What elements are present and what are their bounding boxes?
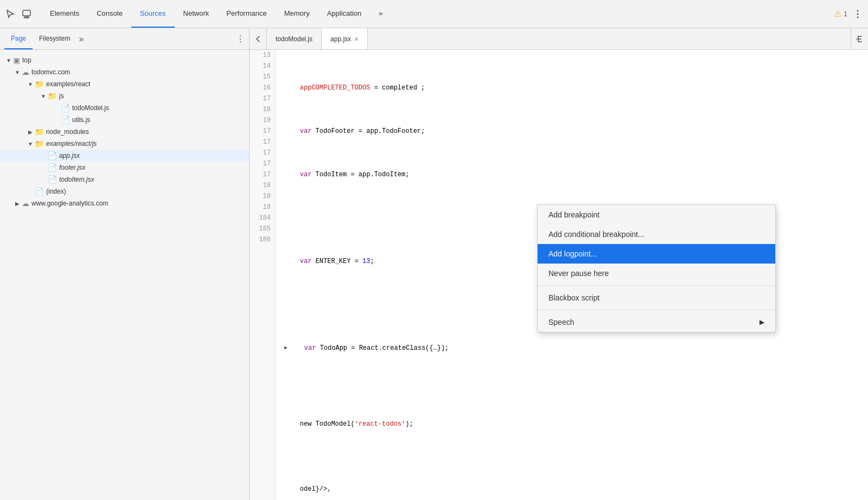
tree-item-examples-react[interactable]: ▼ 📁 examples/react bbox=[0, 78, 249, 90]
context-menu-item-blackbox[interactable]: Blackbox script bbox=[538, 288, 775, 307]
cloud-icon-google-analytics: ☁ bbox=[22, 199, 29, 208]
toolbar-tabs: Elements Console Sources Network Perform… bbox=[41, 0, 834, 28]
folder-icon-examples-react-js: 📁 bbox=[35, 139, 44, 148]
expand-arrow-19[interactable]: ▶ bbox=[284, 343, 288, 354]
subtabs: Page Filesystem » ⋮ bbox=[0, 28, 249, 50]
tab-performance[interactable]: Performance bbox=[218, 0, 275, 28]
warning-icon: ⚠ bbox=[834, 9, 841, 19]
context-menu-item-add-breakpoint[interactable]: Add breakpoint bbox=[538, 205, 775, 225]
right-panel: todoModel.js app.jsx × 13 14 15 16 17 18 bbox=[250, 28, 868, 500]
tree-item-node-modules[interactable]: ▶ 📁 node_modules bbox=[0, 126, 249, 138]
tree-item-js[interactable]: ▼ 📁 js bbox=[0, 90, 249, 102]
file-icon-app-jsx: 📄 bbox=[48, 151, 57, 160]
editor-collapse-button[interactable] bbox=[851, 28, 868, 49]
tree-item-todomodel[interactable]: 📄 todoModel.js bbox=[0, 102, 249, 114]
warning-badge[interactable]: ⚠ 1 bbox=[834, 9, 847, 19]
file-icon-footer-jsx: 📄 bbox=[48, 163, 57, 172]
cloud-icon-todomvc: ☁ bbox=[22, 68, 29, 76]
context-menu: Add breakpoint Add conditional breakpoin… bbox=[537, 204, 776, 332]
tab-application[interactable]: Application bbox=[318, 0, 371, 28]
tree-item-top[interactable]: ▼ ▣ top bbox=[0, 54, 249, 66]
svg-rect-0 bbox=[23, 10, 30, 16]
context-menu-item-add-conditional[interactable]: Add conditional breakpoint... bbox=[538, 225, 775, 244]
tree-arrow-js: ▼ bbox=[39, 93, 48, 99]
tree-arrow-google-analytics: ▶ bbox=[13, 201, 22, 207]
svg-point-2 bbox=[857, 10, 859, 11]
editor-tab-close-icon[interactable]: × bbox=[354, 35, 359, 43]
inspect-icon[interactable] bbox=[21, 8, 33, 20]
folder-icon-top: ▣ bbox=[13, 56, 20, 65]
file-icon-index: 📄 bbox=[35, 187, 44, 196]
subtab-filesystem[interactable]: Filesystem bbox=[33, 28, 76, 49]
folder-icon-examples-react: 📁 bbox=[35, 80, 44, 88]
main: Page Filesystem » ⋮ ▼ ▣ top ▼ ☁ todomvc.… bbox=[0, 28, 868, 500]
code-line-17a bbox=[284, 386, 859, 397]
code-line-14: var TodoFooter = app.TodoFooter; bbox=[284, 126, 859, 137]
context-menu-item-speech[interactable]: Speech ▶ bbox=[538, 312, 775, 332]
tab-sources[interactable]: Sources bbox=[131, 0, 175, 28]
file-tree: ▼ ▣ top ▼ ☁ todomvc.com ▼ 📁 examples/rea… bbox=[0, 50, 249, 500]
cursor-icon[interactable] bbox=[4, 8, 16, 20]
code-line-17b: new TodoModel('react-todos'); bbox=[284, 419, 859, 430]
tab-elements[interactable]: Elements bbox=[41, 0, 88, 28]
line-numbers: 13 14 15 16 17 18 19 17 17 17 17 17 18 1… bbox=[250, 50, 276, 500]
code-line-19: ▶ var TodoApp = React.createClass({…}); bbox=[284, 343, 859, 354]
file-icon-todomodel: 📄 bbox=[61, 104, 70, 112]
code-editor[interactable]: 13 14 15 16 17 18 19 17 17 17 17 17 18 1… bbox=[250, 50, 868, 500]
subtab-more-icon[interactable]: » bbox=[79, 34, 84, 44]
tree-item-todomvc[interactable]: ▼ ☁ todomvc.com bbox=[0, 66, 249, 78]
editor-tabs: todoModel.js app.jsx × bbox=[250, 28, 868, 50]
subtab-menu-button[interactable]: ⋮ bbox=[236, 34, 245, 44]
toolbar-icons bbox=[4, 8, 33, 20]
tab-network[interactable]: Network bbox=[175, 0, 218, 28]
tree-item-google-analytics[interactable]: ▶ ☁ www.google-analytics.com bbox=[0, 197, 249, 209]
context-menu-item-add-logpoint[interactable]: Add logpoint... bbox=[538, 244, 775, 264]
code-line-15: var TodoItem = app.TodoItem; bbox=[284, 169, 859, 180]
code-line-17c bbox=[284, 451, 859, 462]
editor-nav-back-button[interactable] bbox=[250, 28, 267, 49]
toolbar: Elements Console Sources Network Perform… bbox=[0, 0, 868, 28]
more-options-icon[interactable] bbox=[852, 8, 864, 20]
context-menu-item-never-pause[interactable]: Never pause here bbox=[538, 264, 775, 283]
submenu-arrow-icon: ▶ bbox=[760, 318, 764, 326]
subtab-page[interactable]: Page bbox=[4, 28, 33, 49]
tree-item-footer-jsx[interactable]: 📄 footer.jsx bbox=[0, 162, 249, 174]
folder-icon-js: 📁 bbox=[48, 92, 57, 100]
tree-arrow-examples-react-js: ▼ bbox=[26, 141, 35, 147]
tree-item-index[interactable]: 📄 (index) bbox=[0, 185, 249, 197]
svg-rect-1 bbox=[24, 17, 29, 18]
tree-arrow-top: ▼ bbox=[4, 57, 13, 63]
context-menu-divider-1 bbox=[538, 285, 775, 286]
tree-arrow-examples-react: ▼ bbox=[26, 81, 35, 87]
file-icon-todoitem-jsx: 📄 bbox=[48, 175, 57, 184]
tab-memory[interactable]: Memory bbox=[276, 0, 318, 28]
code-line-17d: odel}/>, bbox=[284, 484, 859, 495]
svg-point-4 bbox=[857, 16, 859, 18]
editor-tab-todomodel[interactable]: todoModel.js bbox=[267, 28, 322, 49]
context-menu-divider-2 bbox=[538, 310, 775, 310]
folder-icon-node-modules: 📁 bbox=[35, 127, 44, 136]
svg-point-3 bbox=[857, 13, 859, 15]
tree-item-examples-react-js[interactable]: ▼ 📁 examples/react/js bbox=[0, 138, 249, 150]
code-line-13: appCOMPLETED_TODOS = completed ; bbox=[284, 82, 859, 93]
editor-tab-app-jsx[interactable]: app.jsx × bbox=[322, 28, 368, 49]
file-icon-utils: 📄 bbox=[61, 116, 70, 124]
left-panel: Page Filesystem » ⋮ ▼ ▣ top ▼ ☁ todomvc.… bbox=[0, 28, 250, 500]
toolbar-right: ⚠ 1 bbox=[834, 8, 864, 20]
tree-arrow-todomvc: ▼ bbox=[13, 69, 22, 75]
tab-more[interactable]: » bbox=[370, 0, 391, 28]
tab-console[interactable]: Console bbox=[88, 0, 131, 28]
tree-item-app-jsx[interactable]: 📄 app.jsx bbox=[0, 150, 249, 162]
tree-item-utils[interactable]: 📄 utils.js bbox=[0, 114, 249, 126]
tree-item-todoitem-jsx[interactable]: 📄 todoItem.jsx bbox=[0, 174, 249, 185]
tree-arrow-node-modules: ▶ bbox=[26, 129, 35, 135]
